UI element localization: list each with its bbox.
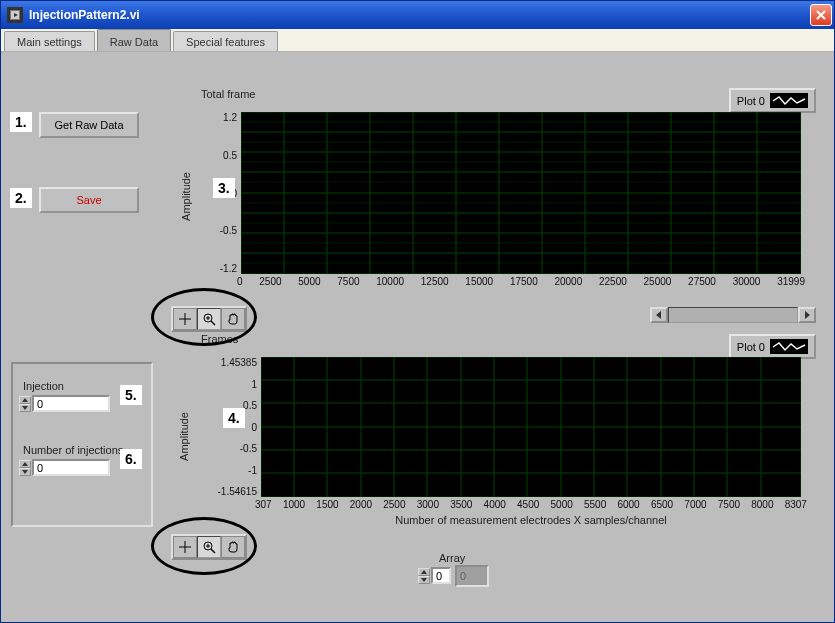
get-raw-data-button[interactable]: Get Raw Data (39, 112, 139, 138)
svg-marker-45 (656, 311, 661, 319)
save-button[interactable]: Save (39, 187, 139, 213)
chart2-ylabel: Amplitude (178, 412, 190, 461)
display-array-value (455, 565, 489, 587)
spinner-down-icon[interactable] (19, 404, 31, 412)
chart1-surface[interactable] (241, 112, 801, 274)
tab-bar: Main settings Raw Data Special features (1, 29, 834, 52)
tab-raw-data[interactable]: Raw Data (97, 29, 171, 51)
chart-total-frame: Total frame (197, 88, 819, 102)
svg-marker-46 (805, 311, 810, 319)
spinner-num-injections[interactable] (19, 460, 31, 476)
chart-frames: Frames (197, 333, 819, 347)
svg-line-75 (211, 549, 215, 553)
svg-marker-6 (22, 470, 28, 474)
field-injection (19, 395, 110, 412)
chart1-title: Total frame (197, 88, 819, 100)
tab-special-features[interactable]: Special features (173, 31, 278, 51)
label-injection: Injection (23, 380, 64, 392)
chart2-title: Frames (197, 333, 819, 345)
callout-4: 4. (223, 408, 245, 428)
chart1-scroll (650, 307, 816, 323)
input-num-injections[interactable] (32, 459, 110, 476)
callout-2: 2. (10, 188, 32, 208)
input-array-index[interactable] (431, 567, 451, 584)
svg-marker-79 (421, 578, 427, 582)
chart2-legend-text: Plot 0 (737, 341, 765, 353)
pan-tool-icon[interactable] (221, 536, 245, 558)
crosshair-tool-icon[interactable] (173, 308, 197, 330)
svg-marker-78 (421, 570, 427, 574)
input-injection[interactable] (32, 395, 110, 412)
chart2-legend-swatch (770, 339, 808, 354)
field-num-injections (19, 459, 110, 476)
svg-marker-4 (22, 406, 28, 410)
label-num-injections: Number of injections (23, 444, 123, 456)
chart2-x-axis: 3071000150020002500300035004000450050005… (255, 499, 807, 510)
spinner-up-icon[interactable] (19, 460, 31, 468)
svg-line-42 (211, 321, 215, 325)
chart2-surface[interactable] (261, 357, 801, 497)
chart2-xlabel: Number of measurement electrodes X sampl… (261, 514, 801, 526)
callout-6: 6. (120, 449, 142, 469)
spinner-array-index[interactable] (418, 568, 430, 584)
callout-1: 1. (10, 112, 32, 132)
callout-5: 5. (120, 385, 142, 405)
chart1-legend-text: Plot 0 (737, 95, 765, 107)
chart1-ylabel: Amplitude (180, 172, 192, 221)
scroll-right-icon[interactable] (798, 307, 816, 323)
app-icon (7, 7, 23, 23)
spinner-down-icon[interactable] (19, 468, 31, 476)
chart1-legend-swatch (770, 93, 808, 108)
chart1-legend[interactable]: Plot 0 (729, 88, 816, 113)
chart1-palette (171, 306, 247, 332)
spinner-up-icon[interactable] (418, 568, 430, 576)
zoom-tool-icon[interactable] (197, 308, 221, 330)
label-array: Array (439, 552, 465, 564)
titlebar[interactable]: InjectionPattern2.vi (1, 1, 834, 29)
app-window: InjectionPattern2.vi Main settings Raw D… (0, 0, 835, 623)
scroll-left-icon[interactable] (650, 307, 668, 323)
zoom-tool-icon[interactable] (197, 536, 221, 558)
spinner-up-icon[interactable] (19, 396, 31, 404)
chart2-legend[interactable]: Plot 0 (729, 334, 816, 359)
chart1-x-axis: 0250050007500100001250015000175002000022… (237, 276, 805, 287)
callout-3: 3. (213, 178, 235, 198)
chart2-palette (171, 534, 247, 560)
spinner-injection[interactable] (19, 396, 31, 412)
svg-marker-5 (22, 462, 28, 466)
array-index (418, 567, 451, 584)
window-title: InjectionPattern2.vi (29, 8, 810, 22)
close-button[interactable] (810, 4, 832, 26)
svg-marker-3 (22, 398, 28, 402)
array-value (455, 565, 489, 587)
crosshair-tool-icon[interactable] (173, 536, 197, 558)
pan-tool-icon[interactable] (221, 308, 245, 330)
tab-main-settings[interactable]: Main settings (4, 31, 95, 51)
content-area: Get Raw Data Save Injection Number of in… (1, 52, 834, 622)
spinner-down-icon[interactable] (418, 576, 430, 584)
